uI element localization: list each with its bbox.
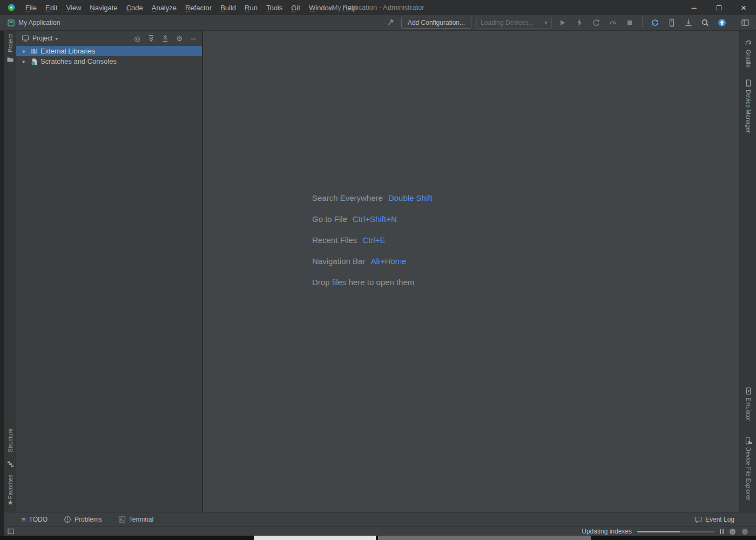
right-toolwindow-stripe: Gradle Device Manager Emulator Device Fi… [739,31,756,512]
project-panel-header: Project ▾ ◎ ⚙ ─ [16,31,202,46]
menu-edit[interactable]: Edit [41,1,62,15]
minimize-button[interactable]: ─ [681,0,706,15]
structure-stripe-label: Structure [7,428,14,453]
emulator-icon [745,387,752,395]
menu-file[interactable]: File [21,1,41,15]
project-panel-header-actions: ◎ ⚙ ─ [133,31,198,46]
toolbar-separator [642,17,643,28]
favorites-star-icon[interactable]: ★ [4,498,16,507]
navigation-breadcrumb[interactable]: My Application [8,19,60,26]
breadcrumb-project-name[interactable]: My Application [18,19,60,26]
taskbar-window-segment[interactable] [378,536,591,540]
menu-tools[interactable]: Tools [262,1,287,15]
search-everywhere-icon[interactable] [699,17,711,29]
event-log-icon [694,516,702,523]
project-stripe-label: Project [7,34,14,52]
menu-build[interactable]: Build [216,1,240,15]
menu-bar: File Edit View Navigate Code Analyze Ref… [21,1,361,15]
profiler-icon[interactable] [607,17,619,29]
sdk-manager-icon[interactable] [683,17,694,29]
toolwindow-button-problems[interactable]: Problems [64,516,102,523]
build-hammer-icon[interactable] [384,17,396,29]
tree-chevron-icon[interactable]: ▸ [21,58,28,64]
maximize-button[interactable] [706,0,731,15]
device-manager-icon[interactable] [666,17,678,29]
locate-file-icon[interactable]: ◎ [133,35,141,43]
status-bar-right: Updating indexes [582,528,748,535]
toolwindow-button-project[interactable]: Project [4,34,16,52]
shortcut-hints: Search Everywhere Double Shift Go to Fil… [312,187,433,293]
tree-item-label: External Libraries [40,47,95,55]
hide-panel-icon[interactable]: ─ [189,35,198,43]
menu-analyze[interactable]: Analyze [147,1,181,15]
update-available-icon[interactable] [716,17,728,29]
taskbar-window-segment[interactable] [254,536,376,540]
toolwindow-button-todo[interactable]: ≡ TODO [22,516,48,524]
tree-row-scratches-and-consoles[interactable]: ▸ Scratches and Consoles [16,56,202,66]
apply-changes-icon[interactable] [573,17,585,29]
collapse-all-icon[interactable] [161,34,170,43]
ide-notifications-icon[interactable] [741,528,748,535]
menu-navigate[interactable]: Navigate [85,1,122,15]
toolwindow-button-emulator[interactable]: Emulator [740,387,756,421]
problems-label: Problems [75,516,102,523]
project-panel-title[interactable]: Project [32,35,52,42]
windows-taskbar-sliver[interactable] [0,536,756,540]
device-selector-dropdown[interactable]: Loading Devices... ▾ [476,17,552,29]
window-controls: ─ × [681,0,756,15]
device-file-explorer-icon [745,437,752,444]
tree-item-label: Scratches and Consoles [40,57,117,65]
menu-view[interactable]: View [62,1,85,15]
menu-run[interactable]: Run [240,1,262,15]
apply-code-changes-icon[interactable] [590,17,602,29]
hint-shortcut: Double Shift [388,193,433,202]
toolwindow-button-device-manager[interactable]: Device Manager [740,79,756,133]
toolwindow-button-gradle[interactable]: Gradle [740,38,756,68]
android-studio-logo-icon[interactable] [7,3,16,12]
gradle-elephant-icon [744,38,753,47]
toolwindow-button-device-file-explorer[interactable]: Device File Explorer [740,437,756,500]
structure-icon [4,461,16,468]
favorites-stripe-label: Favorites [7,475,14,499]
title-bar: File Edit View Navigate Code Analyze Ref… [0,0,756,15]
toolwindow-button-event-log[interactable]: Event Log [694,516,734,523]
add-configuration-button[interactable]: Add Configuration... [401,17,471,29]
editor-area[interactable]: Search Everywhere Double Shift Go to Fil… [203,31,739,512]
todo-label: TODO [29,516,48,523]
tree-chevron-icon[interactable]: ▸ [21,48,28,54]
maximize-icon [717,5,721,10]
project-view-caret-icon[interactable]: ▾ [55,36,58,42]
star-glyph: ★ [7,498,14,507]
main-toolbar: My Application Add Configuration... Load… [0,15,756,31]
toolwindow-button-favorites[interactable]: Favorites [4,475,16,499]
menu-code[interactable]: Code [122,1,147,15]
toolwindow-button-terminal[interactable]: Terminal [118,516,153,523]
hint-label: Go to File [312,214,347,224]
gradle-sync-icon[interactable] [649,17,661,29]
indexing-status-text: Updating indexes [582,528,632,535]
indexing-progress-fill [637,531,680,532]
toggle-toolwindow-bars-icon[interactable] [8,528,14,535]
scratches-icon [30,58,38,65]
terminal-label: Terminal [129,516,153,523]
menu-refactor[interactable]: Refactor [181,1,216,15]
menu-git[interactable]: Git [287,1,305,15]
pause-indexing-icon[interactable] [720,529,724,534]
run-icon[interactable] [557,17,569,29]
hint-shortcut: Ctrl+E [362,235,385,245]
toolwindow-button-structure[interactable]: Structure [4,428,16,453]
stop-icon[interactable] [624,17,636,29]
close-button[interactable]: × [731,0,756,15]
hint-navigation-bar: Navigation Bar Alt+Home [312,251,433,272]
terminal-icon [118,516,126,523]
problems-icon [64,516,71,523]
tree-row-external-libraries[interactable]: ▸ External Libraries [16,46,202,56]
resource-manager-folder-icon[interactable] [4,56,16,63]
window-layout-icon[interactable] [739,17,751,29]
settings-gear-icon[interactable]: ⚙ [175,35,184,43]
feedback-smiley-icon[interactable] [729,528,736,535]
project-tree: ▸ External Libraries ▸ Scratches and Con… [16,46,202,66]
hint-recent-files: Recent Files Ctrl+E [312,230,433,251]
expand-all-icon[interactable] [147,34,156,43]
project-toolwindow: Project ▾ ◎ ⚙ ─ ▸ [16,31,202,512]
